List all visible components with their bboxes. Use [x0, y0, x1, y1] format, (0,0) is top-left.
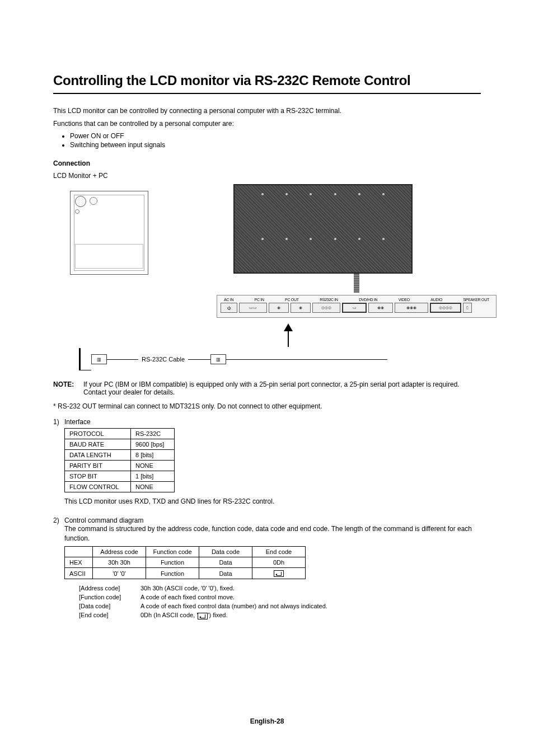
- table-cell: PROTOCOL: [65, 428, 131, 439]
- table-cell: BAUD RATE: [65, 439, 131, 449]
- interface-table: PROTOCOLRS-232C BAUD RATE9600 [bps] DATA…: [64, 428, 175, 492]
- command-desc: The command is structured by the address…: [64, 524, 481, 543]
- table-cell: 8 [bits]: [131, 449, 175, 460]
- intro-paragraph-2: Functions that can be controlled by a pe…: [53, 119, 481, 129]
- table-cell: RS-232C: [131, 428, 175, 439]
- monitor-front-illustration: [233, 184, 413, 274]
- table-cell: NONE: [131, 460, 175, 471]
- interface-label: Interface: [64, 418, 481, 426]
- def-key: [Function code]: [79, 594, 140, 600]
- list-item: Power ON or OFF: [70, 132, 481, 140]
- table-cell: Data: [199, 557, 252, 568]
- table-cell: Function: [146, 557, 199, 568]
- bullet-list: Power ON or OFF Switching between input …: [53, 132, 481, 149]
- section-number: 1): [53, 418, 64, 510]
- panel-label: SPEAKER OUT: [463, 298, 489, 302]
- definitions-block: [Address code]30h 30h (ASCII code, '0' '…: [79, 585, 481, 619]
- def-val: A code of each fixed control data (numbe…: [140, 603, 327, 609]
- command-table: Address code Function code Data code End…: [64, 546, 306, 579]
- cable-plug-right: ▥: [210, 354, 226, 364]
- table-cell: PARITY BIT: [65, 460, 131, 471]
- note-text: If your PC (IBM or IBM compatible) is eq…: [83, 381, 481, 396]
- table-cell: Function code: [146, 547, 199, 557]
- panel-label: PC IN: [255, 298, 264, 302]
- table-cell: 0Dh: [252, 557, 306, 568]
- table-cell: FLOW CONTROL: [65, 481, 131, 492]
- connection-subtitle: LCD Monitor + PC: [53, 171, 481, 181]
- cable-label: RS-232C Cable: [142, 356, 185, 363]
- pc-illustration: [70, 191, 148, 275]
- panel-label: VIDEO: [399, 298, 410, 302]
- arrow-to-port: [217, 323, 496, 347]
- intro-paragraph-1: This LCD monitor can be controlled by co…: [53, 106, 481, 116]
- command-label: Control command diagram: [64, 516, 481, 524]
- table-cell: Address code: [93, 547, 146, 557]
- table-cell: Data: [199, 568, 252, 579]
- list-item: Switching between input signals: [70, 141, 481, 149]
- def-val: 30h 30h (ASCII code, '0' '0'), fixed.: [140, 585, 235, 591]
- asterisk-note: * RS-232 OUT terminal can connect to MDT…: [53, 402, 481, 411]
- table-cell: [252, 568, 306, 579]
- panel-label: AC IN: [224, 298, 233, 302]
- page-title: Controlling the LCD monitor via RS-232C …: [53, 73, 481, 88]
- def-key: [Address code]: [79, 585, 140, 591]
- note-block: NOTE: If your PC (IBM or IBM compatible)…: [53, 381, 481, 396]
- table-cell: DATA LENGTH: [65, 449, 131, 460]
- table-cell: [65, 547, 93, 557]
- panel-label: PC OUT: [285, 298, 299, 302]
- section-number: 2): [53, 516, 64, 622]
- table-cell: 1 [bits]: [131, 471, 175, 481]
- table-cell: NONE: [131, 481, 175, 492]
- table-cell: Function: [146, 568, 199, 579]
- def-val: 0Dh (In ASCII code, '') fixed.: [140, 612, 228, 619]
- note-label: NOTE:: [53, 381, 83, 396]
- def-key: [Data code]: [79, 603, 140, 609]
- table-cell: Data code: [199, 547, 252, 557]
- monitor-rear-panel: AC IN PC IN PC OUT RS232C IN DVD/HD IN V…: [217, 295, 496, 318]
- page-footer: English-28: [0, 717, 534, 725]
- table-cell: End code: [252, 547, 306, 557]
- connection-heading: Connection: [53, 159, 481, 168]
- table-cell: '0' '0': [93, 568, 146, 579]
- panel-label: AUDIO: [430, 298, 442, 302]
- table-cell: 9600 [bps]: [131, 439, 175, 449]
- table-cell: HEX: [65, 557, 93, 568]
- connection-diagram: AC IN PC IN PC OUT RS232C IN DVD/HD IN V…: [53, 184, 481, 347]
- panel-label: RS232C IN: [320, 298, 338, 302]
- title-rule: [53, 93, 481, 94]
- enter-icon: [198, 613, 208, 619]
- table-cell: 30h 30h: [93, 557, 146, 568]
- monitor-stand: [354, 274, 359, 293]
- panel-label: DVD/HD IN: [359, 298, 377, 302]
- table-cell: STOP BIT: [65, 471, 131, 481]
- interface-note: This LCD monitor uses RXD, TXD and GND l…: [64, 497, 481, 506]
- cable-plug-left: ▥: [91, 354, 107, 364]
- enter-icon: [274, 570, 284, 577]
- def-key: [End code]: [79, 612, 140, 619]
- cable-illustration: ▥ RS-232C Cable ▥: [79, 348, 481, 370]
- table-cell: ASCII: [65, 568, 93, 579]
- def-val: A code of each fixed control move.: [140, 594, 235, 600]
